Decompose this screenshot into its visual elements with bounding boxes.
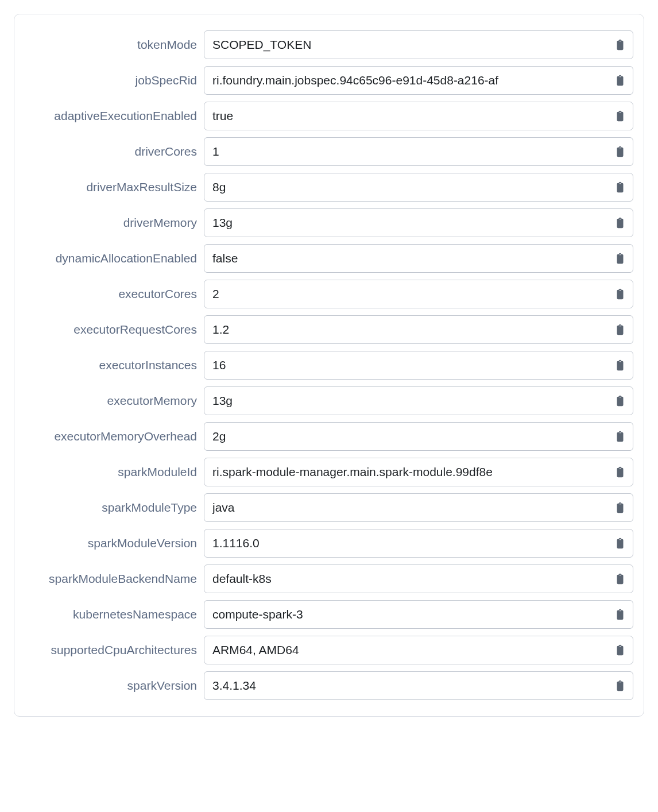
label-executorMemory: executorMemory (25, 394, 197, 408)
clipboard-icon[interactable] (612, 106, 628, 126)
label-driverCores: driverCores (25, 145, 197, 158)
field-executorRequestCores[interactable]: 1.2 (204, 315, 633, 344)
field-kubernetesNamespace[interactable]: compute-spark-3 (204, 600, 633, 629)
row-kubernetesNamespace: kubernetesNamespace compute-spark-3 (25, 597, 633, 632)
label-sparkVersion: sparkVersion (25, 679, 197, 693)
row-driverMemory: driverMemory 13g (25, 205, 633, 241)
field-driverCores[interactable]: 1 (204, 137, 633, 166)
field-sparkModuleBackendName[interactable]: default-k8s (204, 564, 633, 593)
value-executorRequestCores: 1.2 (212, 323, 612, 337)
value-executorInstances: 16 (212, 358, 612, 372)
field-jobSpecRid[interactable]: ri.foundry.main.jobspec.94c65c96-e91d-45… (204, 66, 633, 95)
field-sparkModuleVersion[interactable]: 1.1116.0 (204, 529, 633, 558)
row-sparkModuleBackendName: sparkModuleBackendName default-k8s (25, 561, 633, 597)
row-executorCores: executorCores 2 (25, 276, 633, 312)
clipboard-icon[interactable] (612, 498, 628, 517)
value-adaptiveExecutionEnabled: true (212, 109, 612, 123)
field-adaptiveExecutionEnabled[interactable]: true (204, 102, 633, 130)
label-executorRequestCores: executorRequestCores (25, 323, 197, 337)
clipboard-icon[interactable] (612, 71, 628, 90)
value-sparkModuleType: java (212, 501, 612, 515)
field-executorCores[interactable]: 2 (204, 280, 633, 308)
clipboard-icon[interactable] (612, 462, 628, 482)
clipboard-icon[interactable] (612, 391, 628, 411)
row-executorMemoryOverhead: executorMemoryOverhead 2g (25, 419, 633, 454)
field-sparkVersion[interactable]: 3.4.1.34 (204, 671, 633, 700)
clipboard-icon[interactable] (612, 142, 628, 161)
clipboard-icon[interactable] (612, 35, 628, 55)
field-executorMemory[interactable]: 13g (204, 386, 633, 415)
row-dynamicAllocationEnabled: dynamicAllocationEnabled false (25, 241, 633, 276)
label-tokenMode: tokenMode (25, 38, 197, 52)
row-sparkModuleType: sparkModuleType java (25, 490, 633, 525)
field-sparkModuleType[interactable]: java (204, 493, 633, 522)
value-sparkModuleVersion: 1.1116.0 (212, 536, 612, 550)
value-dynamicAllocationEnabled: false (212, 252, 612, 265)
label-dynamicAllocationEnabled: dynamicAllocationEnabled (25, 252, 197, 265)
label-supportedCpuArchitectures: supportedCpuArchitectures (25, 643, 197, 657)
field-sparkModuleId[interactable]: ri.spark-module-manager.main.spark-modul… (204, 458, 633, 486)
row-driverMaxResultSize: driverMaxResultSize 8g (25, 169, 633, 205)
field-tokenMode[interactable]: SCOPED_TOKEN (204, 30, 633, 59)
clipboard-icon[interactable] (612, 177, 628, 197)
clipboard-icon[interactable] (612, 533, 628, 553)
clipboard-icon[interactable] (612, 213, 628, 233)
row-executorRequestCores: executorRequestCores 1.2 (25, 312, 633, 347)
value-driverMaxResultSize: 8g (212, 180, 612, 194)
value-executorMemory: 13g (212, 394, 612, 408)
value-executorMemoryOverhead: 2g (212, 430, 612, 443)
clipboard-icon[interactable] (612, 640, 628, 660)
value-sparkVersion: 3.4.1.34 (212, 679, 612, 693)
clipboard-icon[interactable] (612, 427, 628, 446)
field-dynamicAllocationEnabled[interactable]: false (204, 244, 633, 273)
label-sparkModuleType: sparkModuleType (25, 501, 197, 515)
clipboard-icon[interactable] (612, 676, 628, 695)
label-executorInstances: executorInstances (25, 358, 197, 372)
clipboard-icon[interactable] (612, 320, 628, 339)
clipboard-icon[interactable] (612, 605, 628, 624)
label-driverMaxResultSize: driverMaxResultSize (25, 180, 197, 194)
clipboard-icon[interactable] (612, 284, 628, 304)
field-supportedCpuArchitectures[interactable]: ARM64, AMD64 (204, 636, 633, 664)
label-kubernetesNamespace: kubernetesNamespace (25, 608, 197, 621)
field-executorMemoryOverhead[interactable]: 2g (204, 422, 633, 451)
row-jobSpecRid: jobSpecRid ri.foundry.main.jobspec.94c65… (25, 63, 633, 98)
label-sparkModuleBackendName: sparkModuleBackendName (25, 572, 197, 586)
label-executorCores: executorCores (25, 287, 197, 301)
clipboard-icon[interactable] (612, 355, 628, 375)
row-driverCores: driverCores 1 (25, 134, 633, 169)
label-executorMemoryOverhead: executorMemoryOverhead (25, 430, 197, 443)
row-executorMemory: executorMemory 13g (25, 383, 633, 419)
value-sparkModuleBackendName: default-k8s (212, 572, 612, 586)
row-adaptiveExecutionEnabled: adaptiveExecutionEnabled true (25, 98, 633, 134)
label-adaptiveExecutionEnabled: adaptiveExecutionEnabled (25, 109, 197, 123)
clipboard-icon[interactable] (612, 249, 628, 268)
row-supportedCpuArchitectures: supportedCpuArchitectures ARM64, AMD64 (25, 632, 633, 668)
label-jobSpecRid: jobSpecRid (25, 74, 197, 87)
value-jobSpecRid: ri.foundry.main.jobspec.94c65c96-e91d-45… (212, 74, 612, 87)
row-tokenMode: tokenMode SCOPED_TOKEN (25, 27, 633, 63)
row-executorInstances: executorInstances 16 (25, 347, 633, 383)
value-supportedCpuArchitectures: ARM64, AMD64 (212, 643, 612, 657)
row-sparkVersion: sparkVersion 3.4.1.34 (25, 668, 633, 703)
label-driverMemory: driverMemory (25, 216, 197, 230)
label-sparkModuleVersion: sparkModuleVersion (25, 536, 197, 550)
field-driverMaxResultSize[interactable]: 8g (204, 173, 633, 202)
field-driverMemory[interactable]: 13g (204, 208, 633, 237)
properties-panel: tokenMode SCOPED_TOKEN jobSpecRid ri.fou… (14, 14, 644, 717)
label-sparkModuleId: sparkModuleId (25, 465, 197, 479)
value-driverCores: 1 (212, 145, 612, 158)
value-tokenMode: SCOPED_TOKEN (212, 38, 612, 52)
value-driverMemory: 13g (212, 216, 612, 230)
clipboard-icon[interactable] (612, 569, 628, 589)
field-executorInstances[interactable]: 16 (204, 351, 633, 380)
value-kubernetesNamespace: compute-spark-3 (212, 608, 612, 621)
value-sparkModuleId: ri.spark-module-manager.main.spark-modul… (212, 465, 612, 479)
row-sparkModuleVersion: sparkModuleVersion 1.1116.0 (25, 525, 633, 561)
value-executorCores: 2 (212, 287, 612, 301)
row-sparkModuleId: sparkModuleId ri.spark-module-manager.ma… (25, 454, 633, 490)
